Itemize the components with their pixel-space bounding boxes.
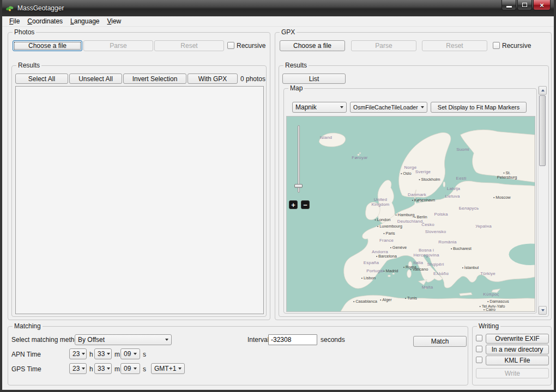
interval-label: Interval bbox=[247, 336, 269, 344]
europe-map-svg bbox=[287, 117, 535, 311]
apn-hour-select[interactable]: 23 bbox=[69, 348, 87, 359]
arrow-up-icon bbox=[541, 89, 545, 91]
gps-m-unit: m bbox=[114, 365, 120, 373]
tile-source-select[interactable]: Mapnik bbox=[292, 102, 347, 113]
close-icon: × bbox=[540, 2, 544, 9]
balearic-islands bbox=[392, 273, 395, 274]
photos-list[interactable] bbox=[15, 86, 264, 314]
new-directory-button[interactable]: In a new directory bbox=[486, 345, 549, 354]
menu-item-coordinates[interactable]: Coordinates bbox=[23, 17, 67, 26]
danish-isles bbox=[422, 199, 424, 201]
chevron-down-icon bbox=[134, 353, 137, 355]
menu-item-view[interactable]: View bbox=[103, 17, 125, 26]
overwrite-exif-button[interactable]: Overwrite EXIF bbox=[486, 334, 549, 344]
gpx-results-group: Results List Map Mapnik OsmFileCacheTile… bbox=[279, 65, 549, 317]
scrollbar-thumb[interactable] bbox=[539, 95, 546, 166]
zoom-in-button[interactable]: + bbox=[289, 200, 298, 209]
kml-file-button[interactable]: KML File bbox=[486, 356, 549, 365]
map-canvas[interactable]: IslandFøroyarSuomiNorgeOsloSverigeStockh… bbox=[286, 116, 535, 312]
gpx-recursive-label: Recursive bbox=[502, 42, 531, 50]
photos-parse-button: Parse bbox=[83, 40, 153, 51]
fit-map-markers-button[interactable]: Set Display to Fit Map Markers bbox=[431, 102, 527, 113]
photos-group-label: Photos bbox=[13, 28, 36, 36]
zoom-slider-track[interactable] bbox=[298, 125, 300, 193]
chevron-down-icon bbox=[107, 353, 110, 355]
window-controls: × bbox=[501, 0, 551, 10]
gps-hour-select[interactable]: 23 bbox=[69, 363, 87, 374]
new-directory-checkbox[interactable] bbox=[476, 346, 482, 352]
scroll-down-button[interactable] bbox=[539, 306, 547, 315]
chevron-down-icon bbox=[82, 367, 85, 370]
faroe-islands bbox=[359, 152, 360, 154]
photos-recursive-checkbox[interactable] bbox=[227, 42, 234, 49]
menu-item-language[interactable]: Language bbox=[67, 17, 103, 26]
gps-h-unit: h bbox=[89, 365, 93, 373]
apn-s-unit: s bbox=[143, 351, 146, 358]
select-all-button[interactable]: Select All bbox=[15, 74, 68, 84]
gps-time-label: GPS Time bbox=[11, 365, 41, 373]
menu-item-file[interactable]: File bbox=[5, 17, 23, 26]
danish-isles bbox=[419, 200, 421, 203]
map-scroll-area: Map Mapnik OsmFileCacheTileLoader Set Di… bbox=[282, 86, 546, 315]
apn-h-unit: h bbox=[89, 351, 93, 358]
gpx-recursive-checkbox[interactable] bbox=[493, 42, 500, 49]
zoom-out-button[interactable]: − bbox=[301, 200, 310, 209]
corsica-island bbox=[408, 261, 412, 268]
gotland-island bbox=[443, 182, 445, 187]
map-scrollbar[interactable] bbox=[538, 86, 546, 315]
gpx-group-label: GPX bbox=[280, 28, 297, 36]
gpx-choose-file-button[interactable]: Choose a file bbox=[280, 40, 345, 51]
chevron-down-icon bbox=[178, 367, 182, 370]
kml-file-checkbox[interactable] bbox=[476, 357, 482, 363]
apn-time-label: APN Time bbox=[11, 351, 41, 358]
writing-group: Writing Overwrite EXIF In a new director… bbox=[472, 326, 552, 385]
minus-icon: − bbox=[303, 201, 307, 209]
gps-minute-select[interactable]: 33 bbox=[94, 363, 112, 374]
gpx-parse-button: Parse bbox=[351, 40, 416, 51]
scroll-up-button[interactable] bbox=[539, 86, 547, 95]
chevron-down-icon bbox=[134, 367, 137, 370]
close-button[interactable]: × bbox=[533, 0, 551, 10]
map-group: Map Mapnik OsmFileCacheTileLoader Set Di… bbox=[283, 88, 537, 314]
with-gpx-button[interactable]: With GPX bbox=[188, 74, 238, 84]
gps-timezone-select[interactable]: GMT+1 bbox=[151, 363, 185, 374]
photos-results-group: Results Select All Unselect All Invert S… bbox=[11, 65, 267, 317]
title-bar: MassGeotagger × bbox=[2, 0, 554, 16]
tile-loader-select[interactable]: OsmFileCacheTileLoader bbox=[350, 102, 427, 113]
chevron-down-icon bbox=[165, 339, 168, 341]
faroe-islands bbox=[358, 154, 359, 156]
apn-m-unit: m bbox=[114, 351, 120, 358]
matching-group-label: Matching bbox=[13, 322, 43, 330]
gps-s-unit: s bbox=[143, 365, 146, 373]
overwrite-exif-checkbox[interactable] bbox=[476, 335, 482, 341]
gpx-results-label: Results bbox=[283, 62, 309, 69]
write-button: Write bbox=[476, 368, 549, 378]
match-button[interactable]: Match bbox=[413, 336, 467, 347]
chevron-down-icon bbox=[107, 367, 110, 370]
gps-second-select[interactable]: 09 bbox=[120, 363, 140, 374]
gpx-list-button[interactable]: List bbox=[282, 74, 346, 84]
writing-group-label: Writing bbox=[477, 322, 500, 330]
photos-reset-button: Reset bbox=[154, 40, 224, 51]
chevron-down-icon bbox=[421, 106, 424, 108]
window-title: MassGeotagger bbox=[17, 4, 64, 12]
matching-method-select[interactable]: By Offset bbox=[75, 334, 172, 345]
apn-second-select[interactable]: 09 bbox=[120, 348, 140, 359]
restore-button[interactable] bbox=[517, 0, 532, 10]
unselect-all-button[interactable]: Unselect All bbox=[69, 74, 122, 84]
minimize-icon bbox=[506, 6, 512, 8]
minimize-button[interactable] bbox=[501, 0, 516, 10]
interval-input[interactable] bbox=[268, 334, 317, 345]
app-window: MassGeotagger × FileCoordinatesLanguageV… bbox=[0, 0, 556, 392]
photos-results-label: Results bbox=[16, 62, 41, 69]
plus-icon: + bbox=[291, 201, 295, 209]
photos-choose-file-button[interactable]: Choose a file bbox=[13, 40, 82, 51]
arrow-down-icon bbox=[541, 309, 545, 311]
restore-icon bbox=[522, 3, 527, 7]
menu-bar: FileCoordinatesLanguageView bbox=[2, 16, 554, 27]
apn-minute-select[interactable]: 33 bbox=[94, 348, 112, 359]
invert-selection-button[interactable]: Invert Selection bbox=[123, 74, 186, 84]
gpx-reset-button: Reset bbox=[422, 40, 487, 51]
zoom-slider-handle[interactable] bbox=[294, 184, 303, 188]
gpx-group: GPX Choose a file Parse Reset Recursive … bbox=[275, 32, 552, 320]
